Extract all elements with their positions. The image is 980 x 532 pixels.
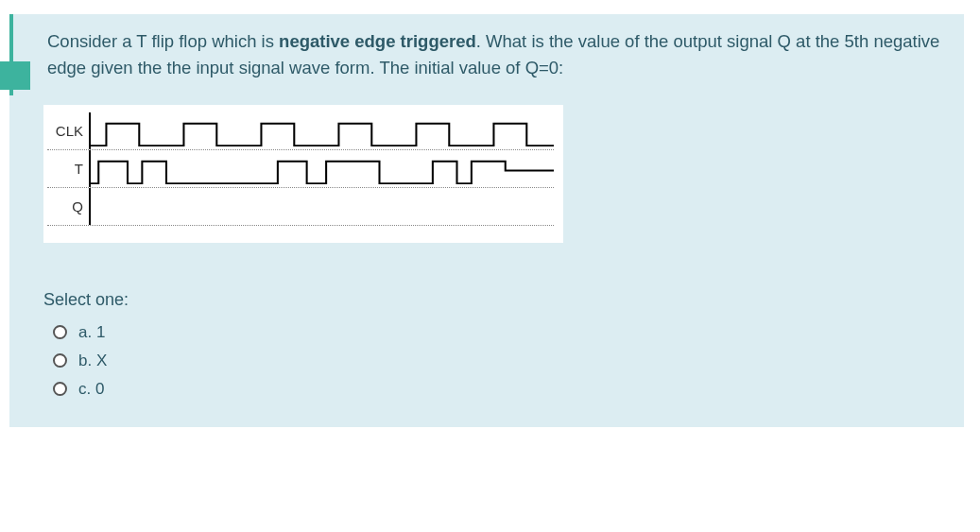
timing-diagram: CLK T Q: [43, 105, 563, 243]
clk-label: CLK: [47, 123, 89, 139]
q-waveform: [89, 188, 554, 225]
option-c[interactable]: c. 0: [53, 380, 964, 399]
accent-bar: [0, 61, 30, 90]
t-waveform: [89, 150, 554, 187]
option-c-label: c. 0: [78, 380, 104, 399]
option-a[interactable]: a. 1: [53, 323, 964, 342]
option-b-label: b. X: [78, 352, 107, 370]
radio-icon: [53, 325, 67, 339]
question-text: Consider a T flip flop which is negative…: [9, 14, 964, 95]
question-bold: negative edge triggered: [279, 31, 476, 51]
select-prompt: Select one:: [43, 290, 964, 310]
option-b[interactable]: b. X: [53, 352, 964, 370]
t-label: T: [47, 161, 89, 177]
signal-row-clk: CLK: [47, 112, 554, 150]
clk-waveform: [89, 112, 554, 149]
answer-section: Select one: a. 1 b. X c. 0: [9, 243, 964, 427]
question-container: Consider a T flip flop which is negative…: [9, 14, 964, 427]
q-label: Q: [47, 198, 89, 215]
signal-row-t: T: [47, 150, 554, 188]
option-a-label: a. 1: [78, 323, 105, 342]
radio-icon: [53, 353, 67, 368]
radio-icon: [53, 382, 67, 396]
question-part1: Consider a T flip flop which is: [47, 31, 279, 51]
signal-row-q: Q: [47, 188, 554, 226]
